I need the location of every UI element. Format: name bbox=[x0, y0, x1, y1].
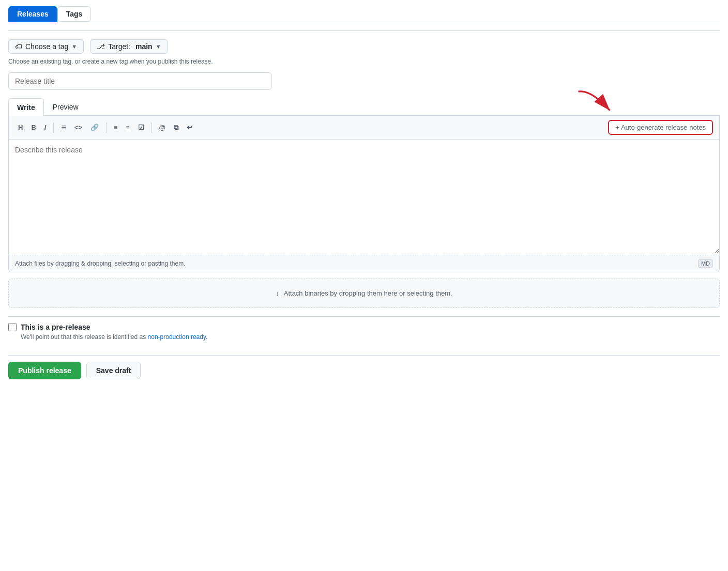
tab-releases[interactable]: Releases bbox=[8, 6, 57, 22]
tab-write[interactable]: Write bbox=[8, 98, 44, 116]
toolbar-ref[interactable]: ⧉ bbox=[171, 122, 181, 133]
pre-release-hint-prefix: We'll point out that this release is ide… bbox=[21, 333, 148, 341]
pre-release-checkbox[interactable] bbox=[8, 323, 17, 331]
target-value: main bbox=[135, 42, 153, 51]
toolbar-link[interactable]: 🔗 bbox=[87, 122, 102, 133]
pre-release-label[interactable]: This is a pre-release bbox=[8, 323, 720, 331]
attach-files-text: Attach files by dragging & dropping, sel… bbox=[15, 260, 186, 267]
tab-bar: Releases Tags bbox=[8, 6, 720, 22]
save-draft-button[interactable]: Save draft bbox=[86, 362, 141, 379]
branch-icon: ⎇ bbox=[97, 42, 105, 51]
choose-tag-dropdown[interactable]: 🏷 Choose a tag ▼ bbox=[8, 39, 84, 54]
download-icon: ↓ bbox=[276, 289, 279, 297]
toolbar-bold[interactable]: B bbox=[28, 122, 39, 133]
tag-icon: 🏷 bbox=[15, 42, 22, 51]
toolbar-task-list[interactable]: ☑ bbox=[135, 122, 147, 133]
tab-tags[interactable]: Tags bbox=[57, 6, 92, 22]
pre-release-title: This is a pre-release bbox=[21, 323, 90, 331]
attach-binaries-area[interactable]: ↓ Attach binaries by dropping them here … bbox=[8, 279, 720, 308]
choose-tag-arrow-icon: ▼ bbox=[71, 43, 77, 50]
markdown-badge: MD bbox=[698, 259, 713, 268]
attach-files-bar: Attach files by dragging & dropping, sel… bbox=[9, 255, 719, 272]
target-dropdown[interactable]: ⎇ Target: main ▼ bbox=[90, 39, 168, 54]
toolbar-sep-1 bbox=[53, 122, 54, 133]
editor-tabs: Write Preview bbox=[8, 98, 720, 116]
editor-toolbar: H B I ≡ <> 🔗 ≡ ≡ ☑ @ ⧉ ↩ + Auto-generate… bbox=[9, 116, 719, 140]
pre-release-hint-suffix: . bbox=[206, 333, 207, 341]
target-label: Target: bbox=[108, 42, 130, 51]
tab-preview[interactable]: Preview bbox=[44, 98, 87, 115]
target-arrow-icon: ▼ bbox=[156, 43, 161, 50]
auto-generate-button[interactable]: + Auto-generate release notes bbox=[608, 120, 713, 135]
toolbar-bullet-list[interactable]: ≡ bbox=[111, 122, 121, 133]
tag-hint: Choose an existing tag, or create a new … bbox=[8, 58, 720, 65]
editor-container: H B I ≡ <> 🔗 ≡ ≡ ☑ @ ⧉ ↩ + Auto-generate… bbox=[8, 116, 720, 272]
toolbar-sep-2 bbox=[106, 122, 107, 133]
publish-release-button[interactable]: Publish release bbox=[8, 362, 81, 379]
toolbar-mention[interactable]: @ bbox=[156, 122, 169, 133]
toolbar-numbered-list[interactable]: ≡ bbox=[123, 122, 133, 133]
non-production-link[interactable]: non-production ready bbox=[148, 333, 206, 341]
pre-release-hint: We'll point out that this release is ide… bbox=[8, 333, 720, 341]
toolbar-code[interactable]: <> bbox=[71, 122, 85, 133]
divider-top bbox=[8, 30, 720, 31]
toolbar-italic[interactable]: I bbox=[41, 122, 50, 133]
controls-row: 🏷 Choose a tag ▼ ⎇ Target: main ▼ bbox=[8, 39, 720, 54]
action-bar: Publish release Save draft bbox=[8, 355, 720, 379]
toolbar-heading[interactable]: H bbox=[15, 122, 26, 133]
description-textarea[interactable] bbox=[9, 140, 719, 253]
toolbar-quote[interactable]: ≡ bbox=[58, 121, 69, 134]
toolbar-sep-3 bbox=[151, 122, 152, 133]
release-title-input[interactable] bbox=[8, 72, 272, 90]
attach-binaries-text: Attach binaries by dropping them here or… bbox=[284, 289, 452, 297]
choose-tag-label: Choose a tag bbox=[25, 42, 68, 51]
toolbar-undo[interactable]: ↩ bbox=[184, 122, 195, 133]
pre-release-section: This is a pre-release We'll point out th… bbox=[8, 316, 720, 347]
